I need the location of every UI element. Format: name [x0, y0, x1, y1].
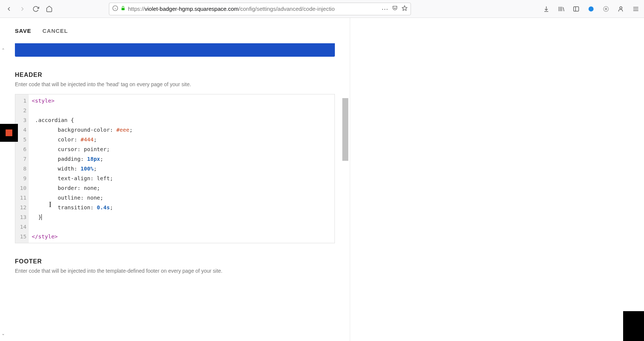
- extension-icon[interactable]: [601, 4, 611, 14]
- menu-icon[interactable]: [631, 4, 641, 14]
- library-icon[interactable]: [556, 4, 566, 14]
- svg-marker-4: [402, 6, 407, 10]
- site-info-icon[interactable]: [112, 5, 118, 13]
- recording-badge[interactable]: [0, 124, 18, 142]
- browser-right-icons: [541, 4, 641, 14]
- app-area: SAVE CANCEL Available on Business and Co…: [0, 18, 644, 341]
- svg-rect-3: [122, 8, 125, 10]
- settings-panel: Available on Business and Commerce plans…: [0, 43, 350, 341]
- sidebar-icon[interactable]: [571, 4, 581, 14]
- svg-rect-10: [574, 7, 579, 11]
- scrollbar[interactable]: [342, 48, 348, 339]
- svg-point-15: [620, 7, 622, 9]
- preview-pane: [350, 18, 644, 341]
- header-section-title: HEADER: [15, 72, 335, 78]
- url-text: https://violet-badger-hgmp.squarespace.c…: [128, 6, 379, 12]
- account-icon[interactable]: [616, 4, 626, 14]
- downloads-icon[interactable]: [541, 4, 552, 14]
- upgrade-notice[interactable]: Available on Business and Commerce plans…: [15, 43, 335, 57]
- svg-point-14: [605, 8, 607, 10]
- notice-text: Available on Business and Commerce plans…: [109, 43, 241, 46]
- forward-button[interactable]: [16, 3, 28, 15]
- browser-toolbar: https://violet-badger-hgmp.squarespace.c…: [0, 0, 644, 18]
- code-area[interactable]: <style> .accordian { background-color: #…: [29, 94, 334, 243]
- extension-edge-icon[interactable]: [586, 4, 596, 14]
- pocket-icon[interactable]: [392, 5, 398, 13]
- line-gutter: 1 2 3 4 5 6 7 8 9 10 11 12 13 14 15: [15, 94, 29, 243]
- lock-icon[interactable]: [120, 6, 126, 12]
- svg-point-12: [588, 6, 594, 12]
- scroll-thumb[interactable]: [342, 98, 348, 161]
- svg-line-9: [563, 7, 564, 11]
- cancel-button[interactable]: CANCEL: [43, 28, 68, 34]
- home-button[interactable]: [43, 3, 55, 15]
- footer-section-desc: Enter code that will be injected into th…: [15, 268, 335, 274]
- bookmark-star-icon[interactable]: [402, 5, 408, 13]
- header-section-desc: Enter code that will be injected into th…: [15, 81, 335, 87]
- page-actions-icon[interactable]: ⋯: [381, 5, 388, 13]
- header-code-editor[interactable]: 1 2 3 4 5 6 7 8 9 10 11 12 13 14 15: [15, 94, 335, 243]
- reload-button[interactable]: [30, 3, 42, 15]
- save-button[interactable]: SAVE: [15, 28, 31, 34]
- scroll-up-arrow[interactable]: ⌃: [0, 48, 6, 54]
- back-button[interactable]: [3, 3, 15, 15]
- record-icon: [6, 129, 12, 136]
- help-widget[interactable]: [623, 311, 644, 341]
- scroll-down-arrow[interactable]: ⌄: [0, 331, 6, 337]
- footer-section-title: FOOTER: [15, 258, 335, 265]
- address-bar[interactable]: https://violet-badger-hgmp.squarespace.c…: [109, 3, 411, 15]
